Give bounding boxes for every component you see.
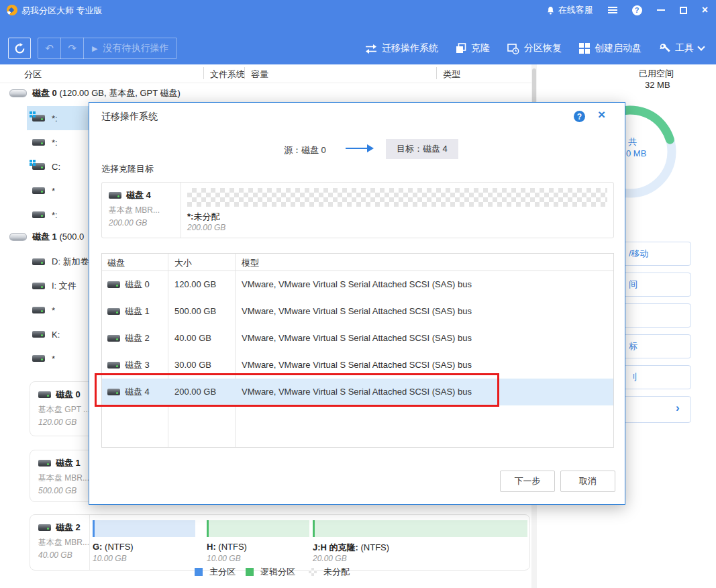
nav-migrate-os[interactable]: 迁移操作系统: [365, 42, 438, 54]
help-icon[interactable]: ?: [632, 5, 642, 15]
disk-card-2[interactable]: 磁盘 2 基本盘 MBR... 40.00 GB G: (NTFS) 10.00…: [30, 514, 530, 571]
app-header: 易我分区大师 专业版 在线客服 ? ×: [0, 0, 716, 64]
undo-icon: ↶: [45, 42, 54, 54]
table-header-model: 模型: [242, 257, 259, 269]
preview-disk-type: 基本盘 MBR...: [109, 205, 181, 216]
partition-icon: [32, 187, 45, 194]
column-partition: 分区: [24, 68, 42, 81]
legend-logical-label: 逻辑分区: [260, 566, 295, 578]
partition-icon: [32, 307, 45, 313]
toolbar-nav: 迁移操作系统 克隆 分区恢复: [365, 36, 704, 60]
partition-bar-j[interactable]: [313, 520, 527, 537]
online-support-label: 在线客服: [558, 4, 593, 16]
partition-size-h: 10.00 GB: [207, 554, 241, 563]
next-button[interactable]: 下一步: [500, 471, 555, 492]
nav-partition-recovery[interactable]: 分区恢复: [507, 42, 562, 54]
drive-icon: [109, 192, 121, 199]
tree-item-label: *: [52, 354, 55, 364]
app-window: 易我分区大师 专业版 在线客服 ? ×: [0, 0, 716, 588]
drive-icon: [107, 362, 120, 369]
chevron-right-icon: ›: [676, 401, 680, 415]
minimize-button[interactable]: [657, 9, 665, 11]
bell-icon: [546, 6, 555, 15]
redo-icon: ↷: [68, 42, 76, 54]
migrate-os-dialog: 迁移操作系统 ? × 源：磁盘 0 目标：磁盘 4 选择克隆目标 磁盘 4 基本…: [89, 102, 625, 505]
legend-unallocated: 未分配: [309, 567, 350, 577]
disk0-info: (120.00 GB, 基本盘, GPT 磁盘): [59, 88, 180, 98]
maximize-button[interactable]: [680, 7, 687, 14]
table-row-disk1[interactable]: 磁盘 1 500.00 GB VMware, VMware Virtual S …: [102, 298, 613, 325]
partition-icon: [32, 163, 45, 170]
partition-size-j: 20.00 GB: [313, 554, 347, 563]
partition-icon: [32, 331, 45, 338]
partition-bar-g[interactable]: [93, 520, 195, 537]
action-label: 标: [629, 340, 637, 352]
partition-icon: [32, 115, 45, 121]
legend-primary-label: 主分区: [209, 566, 236, 578]
refresh-button[interactable]: [8, 38, 31, 59]
table-row-disk2[interactable]: 磁盘 2 40.00 GB VMware, VMware Virtual S S…: [102, 325, 613, 352]
nav-create-boot-disk[interactable]: 创建启动盘: [579, 42, 642, 54]
tree-disk1-header[interactable]: 磁盘 1 (500.0: [9, 228, 84, 246]
card-disk-size: 40.00 GB: [38, 550, 89, 560]
tree-item-label: I: 文件: [52, 280, 76, 292]
nav-tools[interactable]: 工具: [659, 42, 704, 54]
close-button[interactable]: ×: [702, 5, 708, 15]
online-support-button[interactable]: 在线客服: [546, 4, 593, 16]
undo-button[interactable]: ↶: [38, 42, 60, 54]
refresh-icon: [14, 43, 25, 54]
action-label: /移动: [629, 248, 649, 260]
partition-recovery-icon: [507, 43, 519, 54]
annotation-highlight-box: [95, 373, 499, 407]
create-boot-disk-icon: [579, 43, 590, 54]
drive-icon: [38, 524, 51, 531]
used-space-value: 32 MB: [645, 80, 670, 90]
titlebar: 易我分区大师 专业版 在线客服 ? ×: [0, 0, 716, 20]
card-disk-type: 基本盘 MBR...: [38, 473, 89, 484]
dialog-help-icon[interactable]: ?: [574, 111, 585, 122]
card-disk-name: 磁盘 0: [56, 389, 81, 401]
execute-operations-button[interactable]: ▶ 没有待执行操作: [84, 42, 168, 54]
drive-icon: [107, 281, 120, 288]
migrate-os-icon: [365, 44, 377, 54]
unallocated-swatch: [309, 568, 317, 576]
nav-partition-recovery-label: 分区恢复: [524, 42, 562, 54]
target-disk-chip: 目标：磁盘 4: [386, 139, 458, 159]
wrench-icon: [659, 43, 670, 54]
drive-icon: [107, 335, 120, 342]
dialog-title: 迁移操作系统: [101, 111, 158, 123]
partition-label-g: G: (NTFS): [93, 542, 134, 552]
partition-bar-h[interactable]: [207, 520, 309, 537]
clone-icon: [456, 43, 466, 54]
tree-disk0-header[interactable]: 磁盘 0 (120.00 GB, 基本盘, GPT 磁盘): [9, 85, 181, 102]
used-space-label: 已用空间: [639, 68, 674, 80]
card-disk-type: 基本盘 GPT ...: [38, 404, 89, 415]
legend-unallocated-label: 未分配: [323, 566, 350, 578]
disk1-name: 磁盘 1: [32, 232, 57, 242]
tree-item-label: *: [52, 305, 55, 315]
dialog-close-button[interactable]: ×: [598, 108, 605, 121]
column-capacity: 容量: [251, 68, 268, 81]
menu-icon[interactable]: [608, 7, 617, 13]
table-header-disk: 磁盘: [107, 257, 125, 269]
legend-logical: 逻辑分区: [246, 567, 295, 577]
tree-item-label: K:: [52, 330, 60, 340]
cancel-button[interactable]: 取消: [560, 471, 615, 492]
table-row-disk0[interactable]: 磁盘 0 120.00 GB VMware, VMware Virtual S …: [102, 271, 613, 298]
chevron-down-icon: [697, 43, 705, 50]
redo-button[interactable]: ↷: [61, 42, 83, 54]
preview-disk-size: 200.00 GB: [109, 218, 181, 228]
disk1-info: (500.0: [59, 232, 84, 242]
nav-migrate-os-label: 迁移操作系统: [382, 42, 438, 54]
partition-label-h: H: (NTFS): [207, 542, 247, 552]
action-label: 刂: [629, 371, 637, 383]
tree-item-label: D: 新加卷: [52, 256, 89, 268]
tree-item-label: *: [52, 186, 55, 196]
partition-icon: [32, 139, 45, 146]
nav-clone[interactable]: 克隆: [456, 42, 490, 54]
drive-icon: [107, 308, 120, 315]
card-disk-size: 500.00 GB: [38, 486, 89, 495]
preview-partition-label: *:未分配: [187, 211, 219, 223]
tree-item-label: *:: [52, 138, 58, 148]
card-disk-type: 基本盘 MBR...: [38, 537, 89, 548]
